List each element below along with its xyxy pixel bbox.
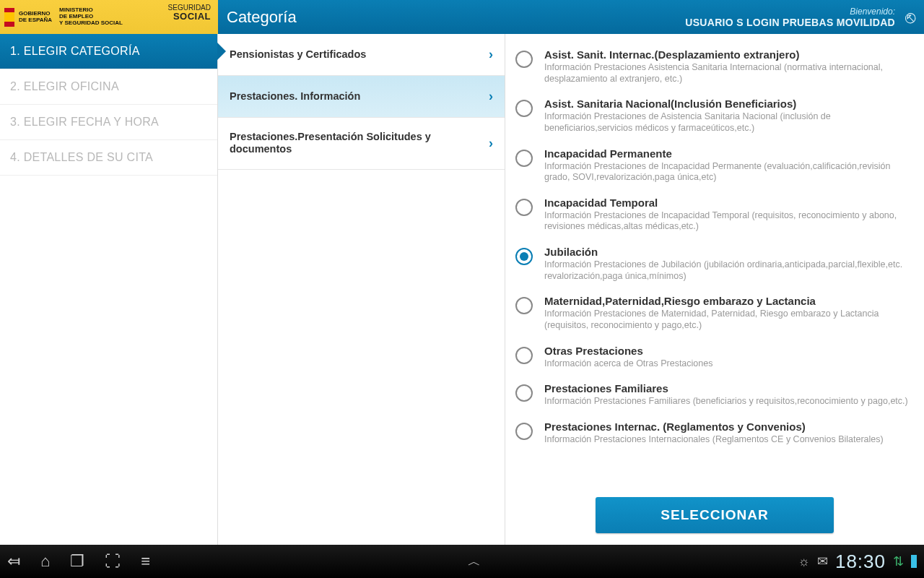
app-header: Categoría Bienvenido: USUARIO S LOGIN PR… [218,0,924,34]
option-item-0[interactable]: Asist. Sanit. Internac.(Desplazamiento e… [515,48,915,85]
select-button[interactable]: SELECCIONAR [596,497,833,533]
signal-icon: ⇅ [893,553,904,569]
option-title: Maternidad,Paternidad,Riesgo embarazo y … [544,295,915,307]
option-title: Asist. Sanit. Internac.(Desplazamiento e… [544,48,915,61]
spain-flag-icon [4,8,14,27]
chevron-right-icon: › [489,47,493,62]
category-list: Pensionistas y Certificados›Prestaciones… [218,34,505,545]
radio-icon[interactable] [515,51,533,68]
radio-icon[interactable] [515,100,533,117]
option-desc: Información Prestaciones Internacionales… [544,434,884,446]
logout-icon[interactable]: ⎋ [905,7,915,27]
welcome-label: Bienvenido: [685,7,895,17]
option-title: Incapacidad Temporal [544,197,915,209]
menu-icon[interactable]: ≡ [141,552,150,571]
option-title: Otras Prestaciones [544,345,712,357]
radio-icon[interactable] [515,150,533,167]
category-item-0[interactable]: Pensionistas y Certificados› [218,34,505,76]
clock-label: 18:30 [835,551,886,573]
option-desc: Información Prestaciones Asistencia Sani… [544,62,915,85]
category-item-2[interactable]: Prestaciones.Presentación Solicitudes y … [218,118,505,170]
option-item-3[interactable]: Incapacidad TemporalInformación Prestaci… [515,197,915,233]
option-desc: Información acerca de Otras Prestaciones [544,358,712,370]
category-label: Prestaciones.Presentación Solicitudes y … [230,131,461,156]
option-desc: Información Prestaciones Familiares (ben… [544,396,908,407]
back-icon[interactable]: ⤆ [7,552,20,571]
radio-icon[interactable] [515,423,533,440]
options-list: Asist. Sanit. Internac.(Desplazamiento e… [505,34,924,490]
chevron-right-icon: › [489,136,493,151]
android-navbar: ⤆ ⌂ ❐ ⛶ ≡ ︿ ☼ ✉ 18:30 ⇅ [0,545,924,578]
radio-icon[interactable] [515,199,533,216]
option-desc: Información Prestaciones de Asistencia S… [544,111,915,134]
option-desc: Información Prestaciones de Maternidad, … [544,309,915,331]
category-item-1[interactable]: Prestaciones. Información› [218,76,505,118]
category-label: Prestaciones. Información [230,90,360,103]
option-desc: Información Prestaciones de Incapacidad … [544,161,915,184]
option-item-8[interactable]: Prestaciones Internac. (Reglamentos y Co… [515,420,915,446]
seguridad-social-badge: SEGURIDAD SOCIAL [168,4,211,21]
category-label: Pensionistas y Certificados [230,48,366,61]
radio-icon[interactable] [515,248,533,265]
steps-sidebar: 1. ELEGIR CATEGORÍA2. ELEGIR OFICINA3. E… [0,34,218,545]
option-item-5[interactable]: Maternidad,Paternidad,Riesgo embarazo y … [515,295,915,331]
option-title: Prestaciones Familiares [544,382,908,394]
gov-banner: GOBIERNO DE ESPAÑA MINISTERIO DE EMPLEO … [0,0,218,34]
radio-icon[interactable] [515,297,533,314]
step-3[interactable]: 3. ELEGIR FECHA Y HORA [0,105,217,140]
username-label: USUARIO S LOGIN PRUEBAS MOVILIDAD [685,17,895,28]
option-item-1[interactable]: Asist. Sanitaria Nacional(Inclusión Bene… [515,98,915,134]
option-desc: Información Prestaciones de Incapacidad … [544,210,915,233]
radio-icon[interactable] [515,384,533,402]
option-title: Prestaciones Internac. (Reglamentos y Co… [544,420,884,433]
min-text-3: Y SEGURIDAD SOCIAL [59,20,123,27]
chevron-right-icon: › [489,89,493,104]
brightness-icon[interactable]: ☼ [798,554,810,569]
option-title: Asist. Sanitaria Nacional(Inclusión Bene… [544,98,915,110]
step-1: 1. ELEGIR CATEGORÍA [0,34,217,69]
option-title: Jubilación [544,246,915,258]
option-item-7[interactable]: Prestaciones FamiliaresInformación Prest… [515,382,915,407]
option-desc: Información Prestaciones de Jubilación (… [544,259,915,282]
option-item-2[interactable]: Incapacidad PermanenteInformación Presta… [515,147,915,184]
option-item-4[interactable]: JubilaciónInformación Prestaciones de Ju… [515,246,915,282]
mail-icon: ✉ [817,553,828,569]
radio-icon[interactable] [515,347,533,364]
option-title: Incapacidad Permanente [544,147,915,160]
recent-icon[interactable]: ❐ [70,552,84,571]
battery-icon [911,555,917,568]
header-user: Bienvenido: USUARIO S LOGIN PRUEBAS MOVI… [685,7,895,28]
crop-icon[interactable]: ⛶ [105,552,121,571]
option-item-6[interactable]: Otras PrestacionesInformación acerca de … [515,345,915,370]
page-title: Categoría [227,8,297,27]
home-icon[interactable]: ⌂ [40,552,50,571]
step-4[interactable]: 4. DETALLES DE SU CITA [0,140,217,176]
expand-icon[interactable]: ︿ [468,553,481,570]
step-2[interactable]: 2. ELEGIR OFICINA [0,69,217,105]
gov-text-2: DE ESPAÑA [19,17,52,24]
